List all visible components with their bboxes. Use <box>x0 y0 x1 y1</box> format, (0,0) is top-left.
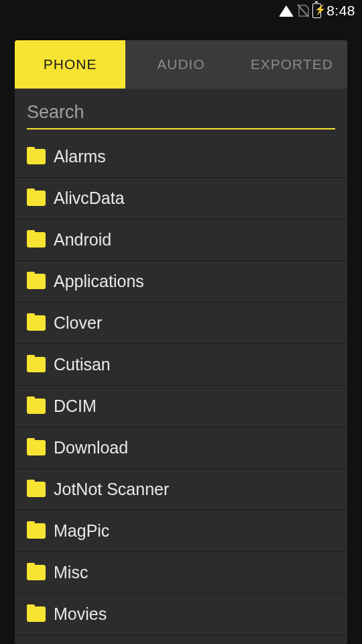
folder-icon <box>27 357 46 372</box>
folder-icon <box>27 565 46 580</box>
folder-name: Clover <box>54 313 102 333</box>
battery-charging-icon: ⚡ <box>312 3 321 18</box>
folder-icon <box>27 191 46 206</box>
folder-icon <box>27 523 46 539</box>
wifi-icon <box>279 5 294 17</box>
status-icons: ⚡ 8:48 <box>279 3 355 19</box>
list-item[interactable]: Cutisan <box>15 344 347 386</box>
list-item[interactable]: MagPic <box>15 511 347 552</box>
folder-name: Alarms <box>54 147 106 166</box>
folder-icon <box>27 440 46 455</box>
list-item[interactable]: Android <box>15 219 347 261</box>
folder-icon <box>27 398 46 414</box>
folder-name: MagPic <box>54 521 109 541</box>
list-item[interactable]: JotNot Scanner <box>15 469 347 511</box>
folder-name: JotNot Scanner <box>54 480 169 499</box>
list-item[interactable]: Applications <box>15 261 347 303</box>
tab-label: PHONE <box>44 56 97 72</box>
tab-label: AUDIO <box>157 56 205 72</box>
folder-name: Misc <box>54 563 88 582</box>
list-item[interactable]: DCIM <box>15 386 347 427</box>
tabs-container: PHONE AUDIO EXPORTED <box>15 40 347 89</box>
folder-icon <box>27 482 46 497</box>
list-item[interactable]: AlivcData <box>15 178 347 219</box>
folder-icon <box>27 315 46 331</box>
main-panel: PHONE AUDIO EXPORTED Alarms AlivcData An… <box>15 40 347 644</box>
folder-icon <box>27 149 46 164</box>
folder-name: Cutisan <box>54 355 111 374</box>
search-container <box>15 89 347 129</box>
search-input[interactable] <box>27 98 335 129</box>
folder-icon <box>27 606 46 622</box>
tab-exported[interactable]: EXPORTED <box>237 40 347 89</box>
list-item[interactable]: Download <box>15 427 347 469</box>
tab-audio[interactable]: AUDIO <box>125 40 236 89</box>
folder-name: Movies <box>54 604 107 624</box>
list-item[interactable]: Clover <box>15 303 347 344</box>
status-bar: ⚡ 8:48 <box>0 0 362 21</box>
list-item[interactable]: Misc <box>15 552 347 594</box>
folder-name: Download <box>54 438 128 458</box>
folder-name: AlivcData <box>54 189 125 208</box>
folder-list[interactable]: Alarms AlivcData Android Applications Cl… <box>15 136 347 644</box>
status-time: 8:48 <box>326 3 355 19</box>
folder-icon <box>27 274 46 289</box>
list-item[interactable]: Alarms <box>15 136 347 178</box>
folder-name: DCIM <box>54 396 97 416</box>
list-item[interactable]: Movies <box>15 594 347 635</box>
tab-phone[interactable]: PHONE <box>15 40 125 89</box>
folder-name: Android <box>54 230 111 250</box>
folder-name: Applications <box>54 272 144 291</box>
folder-icon <box>27 232 46 248</box>
no-sim-icon <box>297 4 309 17</box>
tab-label: EXPORTED <box>251 56 333 72</box>
